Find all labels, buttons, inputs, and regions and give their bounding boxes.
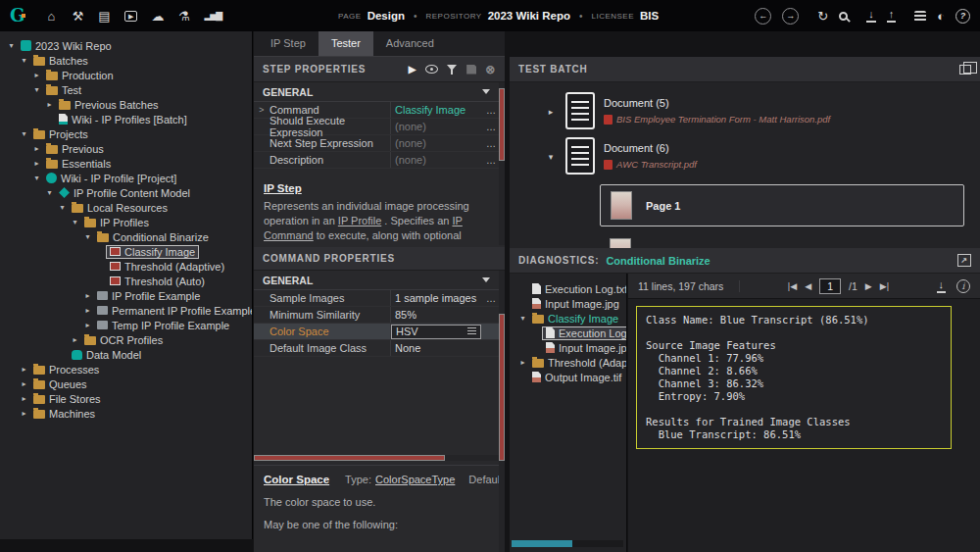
info-icon[interactable]: i bbox=[956, 279, 970, 293]
diagnostics-tree-item[interactable]: Execution Log.txt bbox=[510, 281, 626, 296]
back-button[interactable]: ← bbox=[755, 8, 771, 25]
tree-item[interactable]: ▸ Permanent IP Profile Example bbox=[0, 303, 252, 318]
tab[interactable]: Tester bbox=[318, 31, 373, 56]
expander-arrow-icon[interactable]: ▸ bbox=[517, 358, 528, 367]
tree-item[interactable]: Classify Image bbox=[0, 244, 252, 259]
document-item[interactable]: ▸ Document (5) BIS Employee Termination … bbox=[510, 88, 980, 133]
save-icon[interactable] bbox=[466, 65, 476, 75]
tree-item[interactable]: ▸ Processes bbox=[0, 362, 252, 376]
batches-icon[interactable]: ▤ bbox=[98, 9, 111, 24]
property-row[interactable]: Color Space HSV bbox=[254, 324, 499, 340]
property-value[interactable]: (none) bbox=[391, 119, 483, 134]
forward-button[interactable]: → bbox=[782, 8, 799, 25]
general-section-header[interactable]: GENERAL bbox=[254, 271, 499, 290]
jobs-icon[interactable]: ⚗ bbox=[177, 9, 190, 24]
database-icon[interactable] bbox=[914, 11, 926, 22]
expander-arrow-icon[interactable]: ▾ bbox=[19, 129, 29, 138]
open-external-icon[interactable]: ↗ bbox=[957, 254, 971, 267]
property-row[interactable]: Next Step Expression (none) … bbox=[254, 135, 499, 152]
expander-arrow-icon[interactable]: ▾ bbox=[82, 232, 93, 241]
next-page-button[interactable]: ▶ bbox=[865, 281, 872, 291]
theme-toggle-icon[interactable]: ◐ bbox=[937, 9, 945, 24]
ellipsis-button[interactable]: … bbox=[483, 122, 499, 132]
tree-item[interactable]: Threshold (Adaptive) bbox=[0, 259, 252, 274]
vertical-scrollbar[interactable] bbox=[499, 271, 505, 552]
expander-arrow-icon[interactable]: ▾ bbox=[44, 188, 55, 197]
diagnostics-tree-item[interactable]: Output Image.tif bbox=[510, 370, 626, 384]
expander-arrow-icon[interactable]: ▸ bbox=[19, 394, 29, 403]
diagnostics-tree-item[interactable]: ▾ Classify Image bbox=[510, 311, 626, 326]
tree-item[interactable]: ▾ Local Resources bbox=[0, 200, 252, 215]
property-row[interactable]: Minimum Similarity 85% bbox=[254, 307, 499, 324]
clear-filter-icon[interactable] bbox=[447, 65, 458, 75]
cancel-icon[interactable]: ⊗ bbox=[485, 63, 496, 76]
property-row[interactable]: Should Execute Expression (none) … bbox=[254, 119, 499, 135]
tree-item[interactable]: ▸ Queues bbox=[0, 376, 252, 391]
expander-arrow-icon[interactable]: ▾ bbox=[545, 152, 557, 162]
ellipsis-button[interactable]: … bbox=[483, 155, 499, 166]
help-button[interactable]: ? bbox=[956, 9, 970, 24]
type-value[interactable]: ColorSpaceType bbox=[375, 474, 455, 485]
tree-hscrollbar[interactable] bbox=[512, 540, 623, 547]
horizontal-scrollbar[interactable] bbox=[254, 455, 499, 461]
page-thumbnail[interactable] bbox=[611, 191, 632, 220]
scrollbar-thumb[interactable] bbox=[499, 314, 505, 461]
property-value[interactable]: None bbox=[391, 340, 483, 356]
tree-item[interactable]: ▾ Projects bbox=[0, 126, 252, 141]
tree-item[interactable]: ▸ Temp IP Profile Example bbox=[0, 318, 252, 332]
page-thumbnail[interactable] bbox=[610, 238, 631, 248]
property-value[interactable]: (none) bbox=[391, 152, 483, 168]
expander-arrow-icon[interactable]: ▸ bbox=[70, 335, 80, 344]
tree-item[interactable]: ▾ Wiki - IP Profile [Project] bbox=[0, 171, 252, 185]
stats-icon[interactable]: ▂▅▇ bbox=[204, 11, 221, 21]
tab[interactable]: IP Step bbox=[258, 31, 318, 56]
expander-arrow-icon[interactable]: ▾ bbox=[57, 203, 68, 212]
download-log-icon[interactable]: ↓ bbox=[937, 279, 947, 293]
diagnostics-tree-item[interactable]: Execution Log.txt bbox=[510, 326, 626, 340]
page-item[interactable]: Page 1 bbox=[600, 184, 964, 226]
refresh-icon[interactable]: ↻ bbox=[817, 9, 828, 24]
last-page-button[interactable]: ▶| bbox=[880, 281, 889, 291]
tree-item[interactable]: ▾ 2023 Wiki Repo bbox=[0, 38, 252, 53]
diagnostics-tree-item[interactable]: Input Image.jpg bbox=[510, 296, 626, 311]
tree-item[interactable]: ▸ OCR Profiles bbox=[0, 332, 252, 347]
diagnostics-tree-item[interactable]: Input Image.jpg bbox=[510, 340, 626, 355]
run-step-icon[interactable]: ▶ bbox=[409, 64, 417, 75]
ellipsis-button[interactable]: … bbox=[483, 293, 499, 304]
tree-item[interactable]: ▾ Conditional Binarize bbox=[0, 229, 252, 244]
tree-item[interactable]: ▾ Batches bbox=[0, 53, 252, 68]
imports-icon[interactable]: ☁ bbox=[151, 9, 164, 24]
property-value[interactable]: (none) bbox=[391, 135, 483, 151]
tree-item[interactable]: ▸ Previous bbox=[0, 141, 252, 156]
expander-arrow-icon[interactable]: ▾ bbox=[517, 314, 528, 323]
first-page-button[interactable]: |◀ bbox=[788, 281, 797, 291]
expander-arrow-icon[interactable]: ▸ bbox=[31, 144, 42, 153]
tree-item[interactable]: ▾ Test bbox=[0, 82, 252, 97]
general-section-header[interactable]: GENERAL bbox=[254, 82, 499, 102]
expander-arrow-icon[interactable]: ▸ bbox=[31, 71, 42, 79]
expander-arrow-icon[interactable]: ▾ bbox=[19, 56, 29, 65]
download-icon[interactable]: ↓ bbox=[866, 9, 876, 23]
expander-arrow-icon[interactable]: ▸ bbox=[44, 100, 55, 109]
property-value[interactable]: Classify Image bbox=[391, 102, 483, 118]
expander-arrow-icon[interactable]: ▸ bbox=[19, 409, 29, 418]
log-text-selection[interactable]: Class Name: Blue Transcript (86.51%) Sou… bbox=[636, 306, 952, 449]
document-item[interactable]: ▾ Document (6) AWC Transcript.pdf bbox=[510, 133, 980, 178]
expand-glyph[interactable]: > bbox=[259, 105, 264, 115]
vertical-scrollbar[interactable] bbox=[499, 82, 505, 245]
batch-view-icon[interactable] bbox=[959, 65, 971, 75]
expander-arrow-icon[interactable]: ▸ bbox=[82, 291, 93, 300]
prev-page-button[interactable]: ◀ bbox=[805, 281, 811, 291]
tasks-icon[interactable]: ▶ bbox=[124, 11, 137, 22]
tree-item[interactable]: ▸ IP Profile Example bbox=[0, 288, 252, 303]
expander-arrow-icon[interactable]: ▾ bbox=[70, 218, 80, 226]
diagnostics-tree-item[interactable]: ▸ Threshold (Adaptive) bbox=[510, 355, 626, 370]
expander-arrow-icon[interactable]: ▸ bbox=[19, 379, 29, 388]
expander-arrow-icon[interactable]: ▸ bbox=[31, 159, 42, 168]
expander-arrow-icon[interactable]: ▾ bbox=[31, 85, 42, 94]
tree-item[interactable]: ▸ File Stores bbox=[0, 391, 252, 406]
expander-arrow-icon[interactable]: ▾ bbox=[6, 41, 17, 50]
tab[interactable]: Advanced bbox=[373, 31, 447, 56]
property-row[interactable]: Description (none) … bbox=[254, 152, 499, 169]
tree-item[interactable]: Wiki - IP Profiles [Batch] bbox=[0, 112, 252, 126]
